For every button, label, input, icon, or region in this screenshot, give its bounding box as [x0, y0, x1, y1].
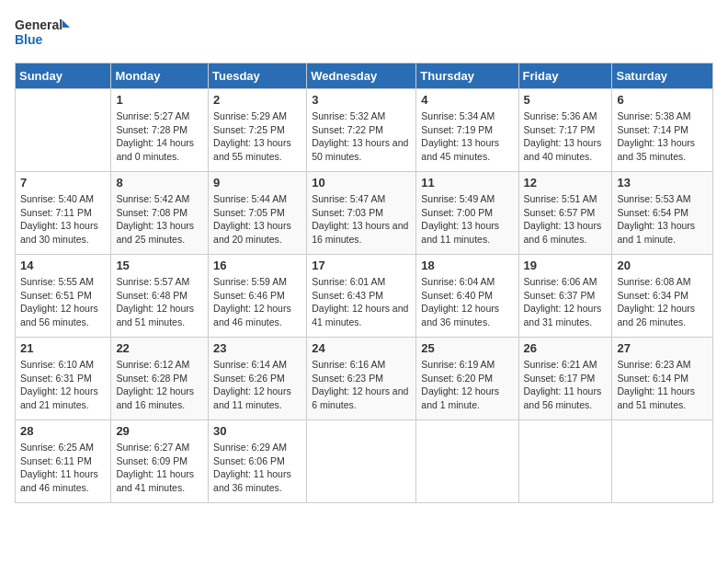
day-cell: 7Sunrise: 5:40 AMSunset: 7:11 PMDaylight…	[16, 172, 111, 255]
day-info: Sunrise: 5:34 AMSunset: 7:19 PMDaylight:…	[421, 109, 513, 164]
day-number: 11	[421, 176, 513, 190]
svg-text:General: General	[15, 17, 63, 32]
day-cell: 21Sunrise: 6:10 AMSunset: 6:31 PMDayligh…	[16, 338, 111, 420]
day-info: Sunrise: 5:47 AMSunset: 7:03 PMDaylight:…	[312, 192, 411, 247]
day-info: Sunrise: 6:21 AMSunset: 6:17 PMDaylight:…	[524, 358, 608, 412]
day-cell: 15Sunrise: 5:57 AMSunset: 6:48 PMDayligh…	[111, 255, 209, 338]
logo-svg: GeneralBlue	[15, 15, 70, 52]
day-number: 29	[116, 424, 203, 438]
day-cell: 13Sunrise: 5:53 AMSunset: 6:54 PMDayligh…	[612, 172, 713, 255]
day-number: 9	[213, 176, 301, 190]
day-cell: 8Sunrise: 5:42 AMSunset: 7:08 PMDaylight…	[111, 172, 209, 255]
day-number: 17	[312, 259, 411, 272]
col-header-monday: Monday	[111, 63, 209, 89]
day-cell	[16, 89, 111, 172]
day-cell: 27Sunrise: 6:23 AMSunset: 6:14 PMDayligh…	[612, 338, 713, 420]
day-number: 19	[524, 259, 608, 272]
day-cell: 16Sunrise: 5:59 AMSunset: 6:46 PMDayligh…	[209, 255, 307, 338]
day-info: Sunrise: 6:12 AMSunset: 6:28 PMDaylight:…	[116, 358, 203, 412]
day-info: Sunrise: 6:25 AMSunset: 6:11 PMDaylight:…	[20, 441, 106, 495]
week-row-1: 1Sunrise: 5:27 AMSunset: 7:28 PMDaylight…	[16, 89, 713, 172]
day-number: 28	[20, 424, 106, 438]
col-header-tuesday: Tuesday	[209, 63, 307, 89]
day-info: Sunrise: 6:01 AMSunset: 6:43 PMDaylight:…	[312, 275, 411, 329]
day-cell: 18Sunrise: 6:04 AMSunset: 6:40 PMDayligh…	[416, 255, 518, 338]
day-cell	[307, 420, 416, 503]
day-number: 6	[617, 93, 708, 107]
day-info: Sunrise: 5:36 AMSunset: 7:17 PMDaylight:…	[524, 109, 608, 164]
day-number: 26	[524, 341, 608, 355]
day-cell: 4Sunrise: 5:34 AMSunset: 7:19 PMDaylight…	[416, 89, 518, 172]
day-number: 27	[617, 341, 708, 355]
day-cell: 1Sunrise: 5:27 AMSunset: 7:28 PMDaylight…	[111, 89, 209, 172]
header-row: SundayMondayTuesdayWednesdayThursdayFrid…	[16, 63, 713, 89]
day-info: Sunrise: 6:27 AMSunset: 6:09 PMDaylight:…	[116, 441, 203, 495]
col-header-friday: Friday	[518, 63, 612, 89]
day-number: 3	[312, 93, 411, 107]
day-cell: 3Sunrise: 5:32 AMSunset: 7:22 PMDaylight…	[307, 89, 416, 172]
day-cell: 17Sunrise: 6:01 AMSunset: 6:43 PMDayligh…	[307, 255, 416, 338]
day-info: Sunrise: 5:32 AMSunset: 7:22 PMDaylight:…	[312, 109, 411, 164]
day-number: 2	[213, 93, 301, 107]
day-info: Sunrise: 6:19 AMSunset: 6:20 PMDaylight:…	[421, 358, 513, 412]
day-info: Sunrise: 5:29 AMSunset: 7:25 PMDaylight:…	[213, 109, 301, 164]
day-cell: 28Sunrise: 6:25 AMSunset: 6:11 PMDayligh…	[16, 420, 111, 503]
day-number: 8	[116, 176, 203, 190]
day-cell: 14Sunrise: 5:55 AMSunset: 6:51 PMDayligh…	[16, 255, 111, 338]
day-number: 22	[116, 341, 203, 355]
day-info: Sunrise: 6:04 AMSunset: 6:40 PMDaylight:…	[421, 275, 513, 329]
day-number: 1	[116, 93, 203, 107]
day-info: Sunrise: 5:55 AMSunset: 6:51 PMDaylight:…	[20, 275, 106, 329]
day-number: 23	[213, 341, 301, 355]
day-info: Sunrise: 5:42 AMSunset: 7:08 PMDaylight:…	[116, 192, 203, 247]
day-info: Sunrise: 5:53 AMSunset: 6:54 PMDaylight:…	[617, 192, 708, 247]
week-row-3: 14Sunrise: 5:55 AMSunset: 6:51 PMDayligh…	[16, 255, 713, 338]
day-number: 14	[20, 259, 106, 272]
svg-marker-2	[63, 20, 70, 28]
day-info: Sunrise: 6:29 AMSunset: 6:06 PMDaylight:…	[213, 441, 301, 495]
page-header: GeneralBlue	[15, 15, 713, 52]
day-cell: 23Sunrise: 6:14 AMSunset: 6:26 PMDayligh…	[209, 338, 307, 420]
day-number: 7	[20, 176, 106, 190]
day-cell: 20Sunrise: 6:08 AMSunset: 6:34 PMDayligh…	[612, 255, 713, 338]
day-number: 21	[20, 341, 106, 355]
day-info: Sunrise: 5:57 AMSunset: 6:48 PMDaylight:…	[116, 275, 203, 329]
day-number: 16	[213, 259, 301, 272]
day-cell: 26Sunrise: 6:21 AMSunset: 6:17 PMDayligh…	[518, 338, 612, 420]
day-info: Sunrise: 5:44 AMSunset: 7:05 PMDaylight:…	[213, 192, 301, 247]
col-header-saturday: Saturday	[612, 63, 713, 89]
col-header-thursday: Thursday	[416, 63, 518, 89]
day-info: Sunrise: 5:51 AMSunset: 6:57 PMDaylight:…	[524, 192, 608, 247]
day-cell: 30Sunrise: 6:29 AMSunset: 6:06 PMDayligh…	[209, 420, 307, 503]
day-number: 24	[312, 341, 411, 355]
calendar-table: SundayMondayTuesdayWednesdayThursdayFrid…	[15, 63, 713, 503]
day-cell: 24Sunrise: 6:16 AMSunset: 6:23 PMDayligh…	[307, 338, 416, 420]
day-number: 4	[421, 93, 513, 107]
week-row-2: 7Sunrise: 5:40 AMSunset: 7:11 PMDaylight…	[16, 172, 713, 255]
day-number: 30	[213, 424, 301, 438]
svg-text:Blue: Blue	[15, 32, 43, 47]
day-cell: 10Sunrise: 5:47 AMSunset: 7:03 PMDayligh…	[307, 172, 416, 255]
day-cell: 5Sunrise: 5:36 AMSunset: 7:17 PMDaylight…	[518, 89, 612, 172]
day-info: Sunrise: 6:08 AMSunset: 6:34 PMDaylight:…	[617, 275, 708, 329]
logo: GeneralBlue	[15, 15, 70, 52]
day-info: Sunrise: 6:14 AMSunset: 6:26 PMDaylight:…	[213, 358, 301, 412]
day-number: 5	[524, 93, 608, 107]
day-info: Sunrise: 5:27 AMSunset: 7:28 PMDaylight:…	[116, 109, 203, 164]
day-number: 13	[617, 176, 708, 190]
week-row-5: 28Sunrise: 6:25 AMSunset: 6:11 PMDayligh…	[16, 420, 713, 503]
day-cell: 9Sunrise: 5:44 AMSunset: 7:05 PMDaylight…	[209, 172, 307, 255]
day-cell	[612, 420, 713, 503]
day-info: Sunrise: 6:06 AMSunset: 6:37 PMDaylight:…	[524, 275, 608, 329]
day-info: Sunrise: 6:10 AMSunset: 6:31 PMDaylight:…	[20, 358, 106, 412]
col-header-wednesday: Wednesday	[307, 63, 416, 89]
day-number: 20	[617, 259, 708, 272]
day-number: 10	[312, 176, 411, 190]
day-cell	[518, 420, 612, 503]
day-cell: 22Sunrise: 6:12 AMSunset: 6:28 PMDayligh…	[111, 338, 209, 420]
day-cell: 6Sunrise: 5:38 AMSunset: 7:14 PMDaylight…	[612, 89, 713, 172]
day-cell: 29Sunrise: 6:27 AMSunset: 6:09 PMDayligh…	[111, 420, 209, 503]
day-number: 18	[421, 259, 513, 272]
day-info: Sunrise: 6:23 AMSunset: 6:14 PMDaylight:…	[617, 358, 708, 412]
col-header-sunday: Sunday	[16, 63, 111, 89]
